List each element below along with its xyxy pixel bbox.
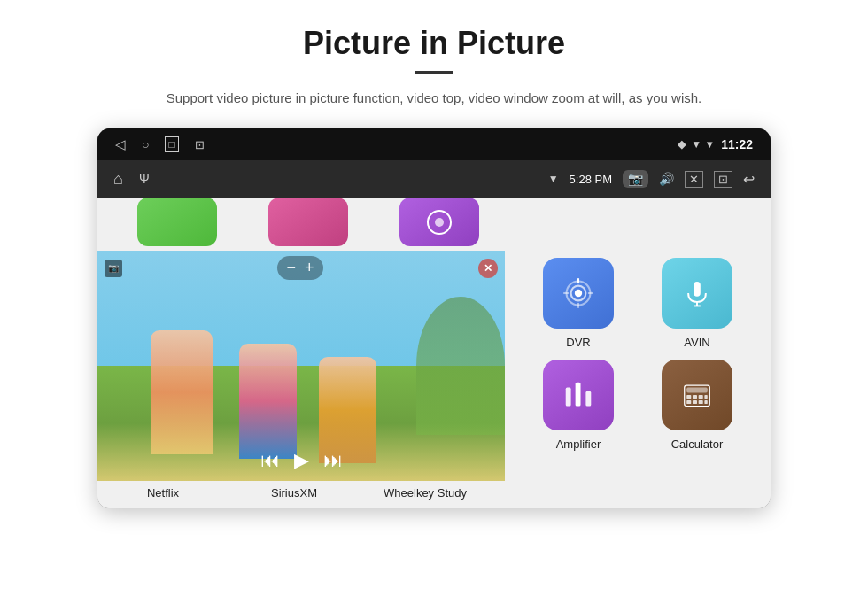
toolbar-back-icon[interactable]: ↩: [743, 171, 755, 188]
avin-svg: [680, 276, 714, 310]
location-icon: ◆: [678, 138, 686, 151]
toolbar-volume-icon[interactable]: 🔊: [659, 172, 674, 186]
right-apps-panel: DVR: [505, 251, 771, 481]
netflix-icon: [137, 198, 217, 246]
svg-rect-22: [693, 400, 697, 404]
netflix-bottom-label: Netflix: [97, 486, 229, 500]
status-bar-system: ◆ ▼ ▾ 11:22: [678, 137, 753, 151]
empty-label: [491, 486, 771, 500]
pip-play-btn[interactable]: ▶: [294, 449, 309, 472]
page-wrapper: Picture in Picture Support video picture…: [0, 0, 868, 508]
page-subtitle: Support video picture in picture functio…: [167, 88, 701, 109]
apps-row-2: Amplifier: [519, 360, 756, 451]
amplifier-label: Amplifier: [556, 438, 601, 451]
app-amplifier[interactable]: Amplifier: [530, 360, 627, 451]
main-content: 📷 − + ✕ ⏮ ▶ ⏭: [97, 198, 771, 508]
toolbar-close-icon[interactable]: ✕: [685, 171, 703, 188]
pip-plus-btn[interactable]: +: [305, 259, 314, 277]
app-siriusxm-partial[interactable]: [243, 198, 374, 251]
svg-rect-24: [704, 400, 707, 404]
pip-rewind-btn[interactable]: ⏮: [260, 449, 280, 472]
svg-rect-19: [699, 395, 703, 399]
toolbar-usb-icon[interactable]: Ψ: [139, 172, 150, 186]
svg-point-4: [575, 290, 582, 297]
svg-rect-17: [686, 395, 691, 399]
toolbar-left: ⌂ Ψ: [113, 170, 150, 189]
pip-video-window[interactable]: 📷 − + ✕ ⏮ ▶ ⏭: [97, 251, 505, 481]
wheelkey-bottom-label: Wheelkey Study: [360, 486, 491, 500]
wheelkey-icon: [399, 198, 479, 246]
pip-controls-top: 📷 − + ✕: [105, 256, 498, 280]
recents-icon[interactable]: □: [165, 136, 178, 152]
toolbar-pip-icon[interactable]: ⊡: [714, 171, 732, 188]
pip-cam-icon: 📷: [105, 260, 122, 277]
toolbar-wifi-icon: ▼: [548, 173, 559, 185]
back-icon[interactable]: ◁: [115, 136, 126, 152]
siriusxm-bottom-label: SiriusXM: [229, 486, 360, 500]
pip-resize-controls: − +: [277, 256, 322, 280]
svg-rect-18: [693, 395, 697, 399]
status-bar: ◁ ○ □ ⊡ ◆ ▼ ▾ 11:22: [97, 128, 771, 160]
home-icon[interactable]: ○: [142, 137, 149, 151]
signal-icon: ▾: [707, 138, 712, 151]
status-bar-nav: ◁ ○ □ ⊡: [115, 136, 205, 152]
app-wheelkey-partial[interactable]: [374, 198, 505, 251]
device-mockup: ◁ ○ □ ⊡ ◆ ▼ ▾ 11:22 ⌂ Ψ ▼ 5: [97, 128, 771, 508]
toolbar-time: 5:28 PM: [570, 173, 612, 186]
siriusxm-icon: [268, 198, 348, 246]
pip-minus-btn[interactable]: −: [286, 259, 296, 277]
toolbar-home-icon[interactable]: ⌂: [113, 170, 123, 189]
app-toolbar: ⌂ Ψ ▼ 5:28 PM 📷 🔊 ✕ ⊡ ↩: [97, 160, 771, 198]
title-divider: [415, 71, 453, 74]
toolbar-camera-icon[interactable]: 📷: [623, 170, 648, 188]
svg-rect-23: [699, 400, 703, 404]
dvr-svg: [560, 275, 597, 312]
bottom-labels-row: Netflix SiriusXM Wheelkey Study: [97, 481, 771, 508]
svg-rect-20: [704, 395, 707, 399]
svg-rect-9: [694, 282, 701, 297]
calculator-icon: [662, 360, 732, 430]
svg-rect-12: [566, 388, 571, 407]
screenshot-icon[interactable]: ⊡: [195, 138, 205, 151]
amp-svg: [560, 376, 597, 414]
pip-playback-controls: ⏮ ▶ ⏭: [260, 449, 343, 472]
top-apps-row: [97, 198, 771, 251]
calculator-label: Calculator: [671, 438, 724, 451]
calc-svg: [678, 376, 716, 414]
wifi-icon: ▼: [691, 138, 701, 151]
avin-label: AVIN: [684, 336, 709, 349]
apps-row-1: DVR: [519, 258, 756, 349]
svg-rect-21: [686, 400, 691, 404]
avin-icon: [662, 258, 732, 329]
svg-rect-13: [576, 383, 581, 407]
dvr-icon: [543, 258, 614, 329]
pip-forward-btn[interactable]: ⏭: [323, 449, 343, 472]
clock-display: 11:22: [721, 137, 753, 151]
app-netflix-partial[interactable]: [112, 198, 243, 251]
amplifier-icon: [543, 360, 614, 430]
video-scene: [97, 251, 505, 481]
pip-close-btn[interactable]: ✕: [478, 259, 498, 278]
svg-rect-16: [686, 388, 708, 393]
dvr-label: DVR: [566, 336, 590, 349]
svg-rect-14: [585, 391, 591, 407]
content-area: 📷 − + ✕ ⏮ ▶ ⏭: [97, 251, 771, 481]
app-dvr[interactable]: DVR: [530, 258, 627, 349]
app-avin[interactable]: AVIN: [648, 258, 746, 349]
svg-point-1: [435, 218, 444, 227]
toolbar-right: ▼ 5:28 PM 📷 🔊 ✕ ⊡ ↩: [548, 170, 755, 188]
page-title: Picture in Picture: [303, 25, 565, 62]
app-calculator[interactable]: Calculator: [648, 360, 746, 451]
wheelkey-svg: [426, 209, 453, 236]
